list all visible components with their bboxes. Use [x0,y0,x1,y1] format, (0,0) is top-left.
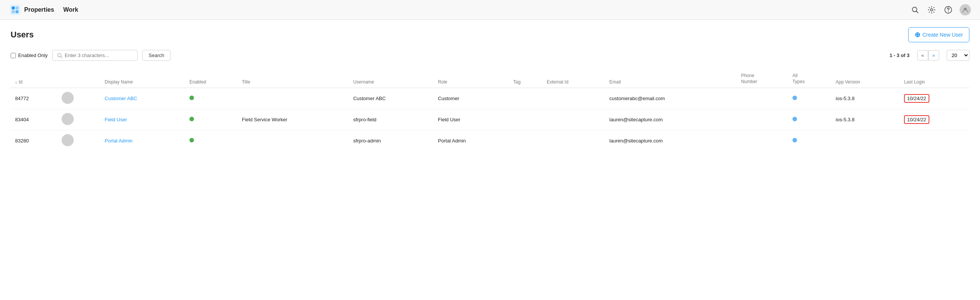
search-box [52,50,138,61]
enabled-only-input[interactable] [11,53,16,58]
page-size-select[interactable]: 20 10 50 100 [947,50,969,61]
create-new-user-button[interactable]: ⊕ Create New User [908,27,969,42]
top-nav: Properties Work [0,0,980,20]
col-header-email: Email [605,70,737,88]
help-icon[interactable] [943,5,953,15]
enabled-dot [189,95,194,100]
enabled-dot [189,138,194,143]
filter-bar: Enabled Only Search 1 - 3 of 3 « » 20 10… [11,50,969,61]
col-header-phone-number: PhoneNumber [737,70,788,88]
svg-line-6 [916,11,918,13]
cell-app-version: ios-5.3.8 [831,88,899,109]
cell-display-name: Customer ABC [100,88,185,109]
svg-line-12 [61,56,62,58]
cell-role: Portal Admin [433,130,509,151]
cell-avatar [57,109,100,130]
last-login-highlighted: 10/24/22 [904,115,929,124]
table-body: 84772 Customer ABC Customer ABC Customer… [11,88,969,151]
cell-tag [509,88,542,109]
search-icon[interactable] [910,5,920,15]
page-title: Users [11,30,908,40]
cell-email: lauren@sitecapture.com [605,109,737,130]
cell-username: sfrpro-field [348,109,433,130]
nav-work-title[interactable]: Work [63,6,78,13]
enabled-only-checkbox[interactable]: Enabled Only [11,52,48,58]
page-content: Users ⊕ Create New User Enabled Only Sea… [0,20,980,159]
cell-tag [509,130,542,151]
cell-id: 84772 [11,88,57,109]
avatar-circle [62,113,74,125]
type-dot [792,117,797,121]
col-header-app-version: App Version [831,70,899,88]
cell-enabled [185,130,237,151]
cell-phone-number [737,88,788,109]
type-dot [792,95,797,100]
table-header: ↓Id Display Name Enabled Title Username … [11,70,969,88]
cell-phone-number [737,130,788,151]
col-header-display-name[interactable]: Display Name [100,70,185,88]
plus-icon: ⊕ [915,30,920,39]
cell-email: customerabc@email.com [605,88,737,109]
svg-rect-4 [16,10,19,13]
user-link[interactable]: Customer ABC [105,95,137,101]
pagination-first-button[interactable]: « [917,50,928,60]
cell-id: 83280 [11,130,57,151]
svg-rect-3 [12,10,15,13]
users-table: ↓Id Display Name Enabled Title Username … [11,70,969,151]
nav-properties-title[interactable]: Properties [24,6,54,13]
user-link[interactable]: Field User [105,117,127,122]
col-header-id[interactable]: ↓Id [11,70,57,88]
pagination-info: 1 - 3 of 3 [175,52,909,58]
col-header-enabled: Enabled [185,70,237,88]
cell-app-version [831,130,899,151]
cell-avatar [57,130,100,151]
user-link[interactable]: Portal Admin [105,138,133,144]
cell-last-login: 10/24/22 [899,88,969,109]
search-box-icon [57,53,62,58]
svg-point-7 [931,9,933,11]
cell-phone-number [737,109,788,130]
cell-title [237,88,348,109]
enabled-dot [189,117,194,121]
logo[interactable] [9,4,21,16]
gear-icon[interactable] [926,5,937,15]
cell-external-id [542,88,605,109]
cell-role: Customer [433,88,509,109]
col-header-all-types: AllTypes [788,70,831,88]
cell-title: Field Service Worker [237,109,348,130]
avatar-circle [62,92,74,104]
svg-point-9 [948,11,949,12]
sort-arrow-icon: ↓ [15,80,18,84]
cell-display-name: Portal Admin [100,130,185,151]
table-row: 83404 Field User Field Service Worker sf… [11,109,969,130]
cell-tag [509,109,542,130]
cell-app-version: ios-5.3.8 [831,109,899,130]
create-button-label: Create New User [923,32,963,38]
col-header-title: Title [237,70,348,88]
pagination-next-button[interactable]: » [928,50,939,60]
cell-all-types [788,88,831,109]
cell-role: Field User [433,109,509,130]
search-input[interactable] [65,52,133,58]
table-row: 83280 Portal Admin sfrpro-admin Portal A… [11,130,969,151]
col-header-role: Role [433,70,509,88]
cell-id: 83404 [11,109,57,130]
type-dot [792,138,797,143]
avatar-circle [62,134,74,146]
svg-rect-1 [12,6,15,10]
svg-rect-0 [10,5,21,15]
table-row: 84772 Customer ABC Customer ABC Customer… [11,88,969,109]
col-header-external-id: External Id [542,70,605,88]
avatar[interactable] [959,4,971,16]
cell-title [237,130,348,151]
search-button[interactable]: Search [142,50,170,61]
enabled-only-label: Enabled Only [18,52,48,58]
col-header-tag: Tag [509,70,542,88]
cell-avatar [57,88,100,109]
cell-username: sfrpro-admin [348,130,433,151]
page-header: Users ⊕ Create New User [11,27,969,42]
cell-external-id [542,130,605,151]
cell-enabled [185,88,237,109]
last-login-highlighted: 10/24/22 [904,94,929,103]
svg-rect-2 [16,6,19,10]
